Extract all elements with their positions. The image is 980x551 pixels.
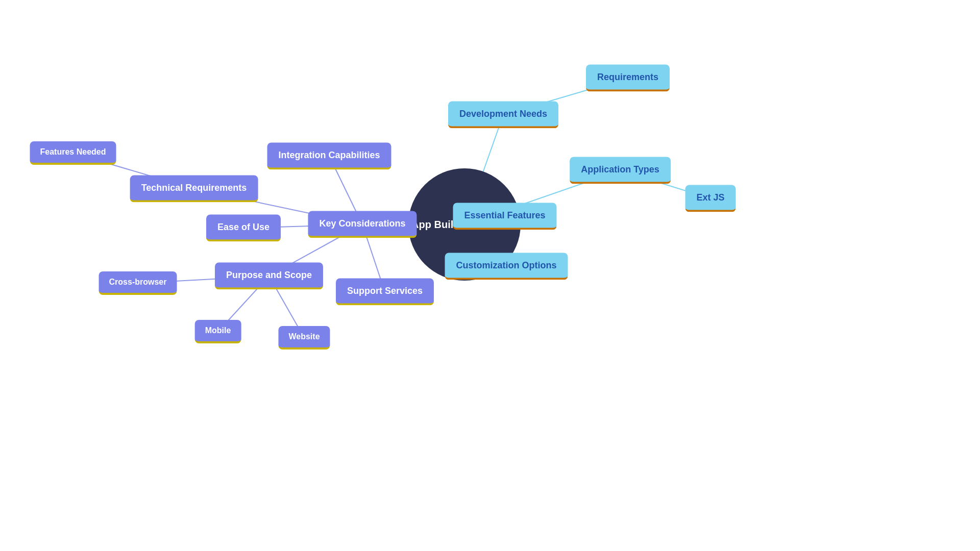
ease-of-use-node: Ease of Use	[206, 215, 281, 242]
integration-capabilities-node: Integration Capabilities	[267, 143, 391, 170]
requirements-node: Requirements	[586, 65, 670, 92]
customization-options-node: Customization Options	[445, 253, 568, 280]
technical-requirements-node: Technical Requirements	[130, 176, 258, 203]
ext-js-node: Ext JS	[685, 185, 736, 212]
essential-features-node: Essential Features	[453, 203, 556, 230]
support-services-node: Support Services	[336, 279, 434, 306]
key-considerations-node: Key Considerations	[308, 211, 416, 238]
purpose-and-scope-node: Purpose and Scope	[215, 263, 323, 290]
mobile-node: Mobile	[195, 320, 241, 343]
cross-browser-node: Cross-browser	[99, 271, 177, 295]
website-node: Website	[278, 326, 330, 349]
development-needs-node: Development Needs	[448, 102, 558, 129]
features-needed-node: Features Needed	[30, 141, 116, 165]
application-types-node: Application Types	[570, 157, 671, 184]
